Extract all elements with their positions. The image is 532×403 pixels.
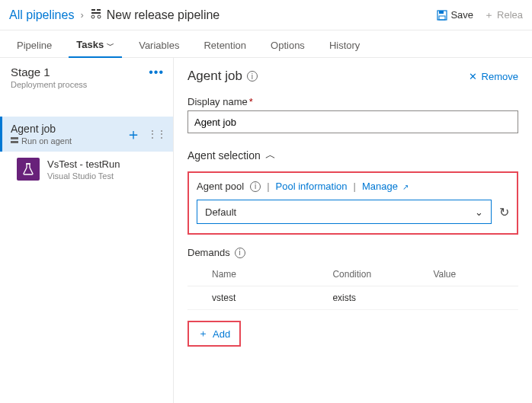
stage-panel: Stage 1 Deployment process ••• Agent job… <box>0 58 174 403</box>
plus-icon: ＋ <box>484 8 494 22</box>
cell-name: vstest <box>212 293 332 303</box>
flask-icon <box>17 158 40 181</box>
remove-label: Remove <box>482 71 518 82</box>
stage-more-button[interactable]: ••• <box>149 66 164 79</box>
pipeline-icon <box>90 8 102 22</box>
agent-job-title: Agent job <box>11 123 126 135</box>
add-label: Add <box>213 328 230 340</box>
tab-options[interactable]: Options <box>263 40 312 57</box>
release-label: Relea <box>497 9 523 21</box>
save-label: Save <box>450 9 473 21</box>
manage-link[interactable]: Manage ↗ <box>362 181 409 192</box>
close-icon: ✕ <box>469 71 477 82</box>
svg-rect-6 <box>439 11 444 14</box>
svg-rect-7 <box>439 16 445 20</box>
page-title: New release pipeline <box>107 8 220 22</box>
tab-tasks[interactable]: Tasks﹀ <box>69 39 122 57</box>
cell-value <box>433 293 514 303</box>
chevron-up-icon: ︿ <box>265 149 276 162</box>
info-icon[interactable]: i <box>235 248 245 258</box>
svg-point-3 <box>91 15 95 18</box>
breadcrumb: All pipelines › New release pipeline Sav… <box>0 0 532 30</box>
agent-pool-label: Agent pool <box>197 181 244 192</box>
agent-selection-label: Agent selection <box>187 149 261 162</box>
svg-rect-8 <box>11 137 18 139</box>
refresh-icon[interactable]: ↻ <box>499 205 509 219</box>
chevron-down-icon: ﹀ <box>107 41 114 50</box>
remove-button[interactable]: ✕ Remove <box>469 71 518 82</box>
tab-retention[interactable]: Retention <box>196 40 254 57</box>
agent-pool-select[interactable]: Default ⌄ <box>197 200 492 224</box>
server-icon <box>11 136 18 146</box>
agent-job-subtitle: Run on agent <box>21 136 72 146</box>
pool-information-link[interactable]: Pool information <box>276 181 348 192</box>
task-title: VsTest - testRun <box>47 158 120 170</box>
agent-pool-value: Default <box>205 206 236 218</box>
demands-table: Name Condition Value vstest exists <box>187 263 518 310</box>
detail-panel: Agent job i ✕ Remove Display name* Agent… <box>174 58 532 403</box>
task-row-vstest[interactable]: VsTest - testRun Visual Studio Test <box>0 152 173 187</box>
tab-bar: Pipeline Tasks﹀ Variables Retention Opti… <box>0 30 532 58</box>
tab-tasks-label: Tasks <box>76 39 104 50</box>
col-header-value: Value <box>433 269 514 280</box>
info-icon[interactable]: i <box>247 71 258 82</box>
save-button[interactable]: Save <box>437 9 473 21</box>
svg-rect-0 <box>91 9 95 11</box>
agent-pool-section: Agent pool i | Pool information | Manage… <box>187 171 518 235</box>
svg-rect-9 <box>11 141 18 143</box>
stage-subtitle: Deployment process <box>11 80 87 89</box>
tab-history[interactable]: History <box>322 40 367 57</box>
svg-rect-1 <box>97 9 101 11</box>
agent-selection-toggle[interactable]: Agent selection ︿ <box>187 149 518 162</box>
cell-condition: exists <box>332 293 433 303</box>
breadcrumb-separator: › <box>80 9 83 21</box>
breadcrumb-root-link[interactable]: All pipelines <box>9 8 74 22</box>
agent-job-row[interactable]: Agent job Run on agent ＋ ⋮⋮ <box>0 117 173 152</box>
display-name-input[interactable] <box>187 110 518 133</box>
svg-point-4 <box>98 15 101 18</box>
tab-pipeline[interactable]: Pipeline <box>9 40 59 57</box>
add-task-button[interactable]: ＋ <box>126 124 141 145</box>
external-link-icon: ↗ <box>402 183 409 191</box>
info-icon[interactable]: i <box>250 181 261 192</box>
drag-handle-icon[interactable]: ⋮⋮ <box>147 132 165 136</box>
stage-title[interactable]: Stage 1 <box>11 66 87 78</box>
detail-title: Agent job <box>187 69 242 84</box>
display-name-label: Display name* <box>187 96 518 107</box>
add-demand-button[interactable]: ＋ Add <box>187 321 241 347</box>
svg-rect-2 <box>91 12 101 14</box>
table-row[interactable]: vstest exists <box>187 286 518 310</box>
release-button[interactable]: ＋ Relea <box>484 8 523 22</box>
chevron-down-icon: ⌄ <box>475 206 483 218</box>
col-header-condition: Condition <box>332 269 433 280</box>
plus-icon: ＋ <box>198 327 208 341</box>
demands-label: Demands <box>187 247 230 258</box>
task-subtitle: Visual Studio Test <box>47 171 120 181</box>
manage-label: Manage <box>362 181 398 192</box>
tab-variables[interactable]: Variables <box>131 40 187 57</box>
col-header-name: Name <box>212 269 332 280</box>
